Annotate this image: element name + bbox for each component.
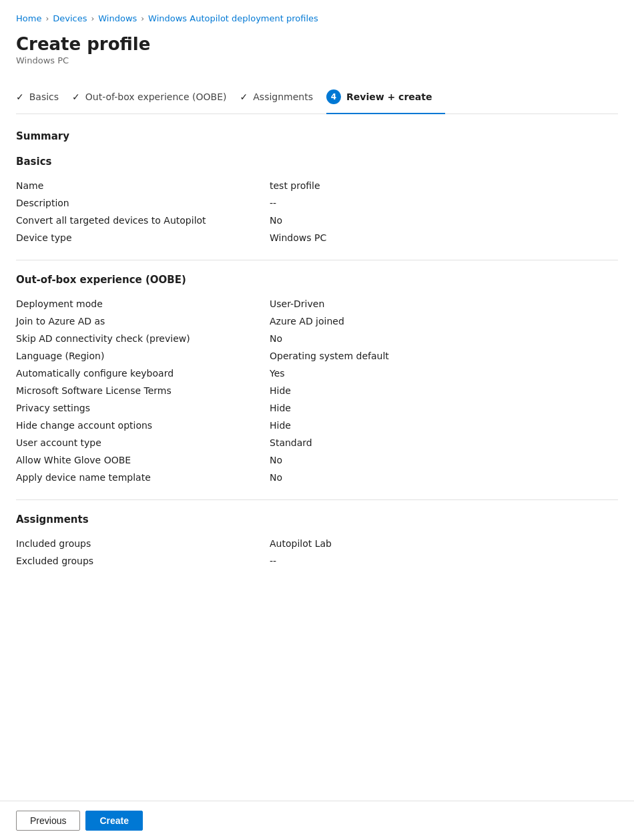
page-title: Create profile [16,34,618,54]
review-step-num: 4 [326,89,341,104]
breadcrumb-sep-1: › [45,14,49,23]
content-area: Summary Basics Name test profile Descrip… [16,130,618,628]
field-value-description: -- [270,194,618,212]
field-label-keyboard: Automatically configure keyboard [16,365,270,382]
tab-review[interactable]: 4 Review + create [326,81,445,114]
assignments-table: Included groups Autopilot Lab Excluded g… [16,535,618,570]
field-value-license: Hide [270,382,618,399]
field-value-name: test profile [270,177,618,194]
footer: Previous Create [0,801,634,840]
field-label-deployment-mode: Deployment mode [16,295,270,312]
field-label-license: Microsoft Software License Terms [16,382,270,399]
field-label-included-groups: Included groups [16,535,270,552]
wizard-steps: ✓ Basics ✓ Out-of-box experience (OOBE) … [16,81,618,114]
breadcrumb-autopilot[interactable]: Windows Autopilot deployment profiles [148,13,318,23]
page-subtitle: Windows PC [16,55,618,65]
field-value-convert: No [270,212,618,229]
tab-basics[interactable]: ✓ Basics [16,83,72,112]
basics-section-title: Basics [16,156,618,168]
summary-heading: Summary [16,130,618,142]
field-label-excluded-groups: Excluded groups [16,552,270,570]
field-value-language: Operating system default [270,347,618,365]
tab-oobe-label: Out-of-box experience (OOBE) [85,91,227,102]
table-row: Convert all targeted devices to Autopilo… [16,212,618,229]
breadcrumb-sep-3: › [141,14,144,23]
breadcrumb-sep-2: › [91,14,94,23]
field-label-join-azure: Join to Azure AD as [16,312,270,330]
field-label-privacy: Privacy settings [16,399,270,417]
breadcrumb-home[interactable]: Home [16,13,41,23]
field-value-skip-ad: No [270,330,618,347]
table-row: Name test profile [16,177,618,194]
oobe-check-icon: ✓ [72,91,80,102]
field-label-device-name: Apply device name template [16,469,270,486]
table-row: Join to Azure AD as Azure AD joined [16,312,618,330]
table-row: Microsoft Software License Terms Hide [16,382,618,399]
table-row: Skip AD connectivity check (preview) No [16,330,618,347]
table-row: Privacy settings Hide [16,399,618,417]
oobe-table: Deployment mode User-Driven Join to Azur… [16,295,618,486]
tab-assignments[interactable]: ✓ Assignments [240,83,326,112]
breadcrumb-devices[interactable]: Devices [53,13,87,23]
breadcrumb: Home › Devices › Windows › Windows Autop… [16,13,618,23]
create-button[interactable]: Create [85,811,143,831]
assignments-check-icon: ✓ [240,91,248,102]
field-value-device-name: No [270,469,618,486]
table-row: Hide change account options Hide [16,417,618,434]
field-label-description: Description [16,194,270,212]
field-label-hide-account: Hide change account options [16,417,270,434]
breadcrumb-windows[interactable]: Windows [98,13,137,23]
divider-2 [16,499,618,500]
table-row: Deployment mode User-Driven [16,295,618,312]
table-row: Apply device name template No [16,469,618,486]
divider-1 [16,260,618,260]
field-value-deployment-mode: User-Driven [270,295,618,312]
basics-table: Name test profile Description -- Convert… [16,177,618,246]
field-label-user-account: User account type [16,434,270,451]
table-row: Excluded groups -- [16,552,618,570]
tab-basics-label: Basics [29,91,59,102]
tab-assignments-label: Assignments [253,91,313,102]
field-value-join-azure: Azure AD joined [270,312,618,330]
oobe-section-title: Out-of-box experience (OOBE) [16,274,618,286]
field-value-white-glove: No [270,451,618,469]
table-row: Description -- [16,194,618,212]
table-row: Language (Region) Operating system defau… [16,347,618,365]
previous-button[interactable]: Previous [16,811,80,831]
field-value-keyboard: Yes [270,365,618,382]
table-row: Device type Windows PC [16,229,618,246]
field-value-user-account: Standard [270,434,618,451]
field-label-convert: Convert all targeted devices to Autopilo… [16,212,270,229]
field-value-privacy: Hide [270,399,618,417]
basics-check-icon: ✓ [16,91,24,102]
field-label-language: Language (Region) [16,347,270,365]
table-row: Included groups Autopilot Lab [16,535,618,552]
table-row: User account type Standard [16,434,618,451]
table-row: Automatically configure keyboard Yes [16,365,618,382]
field-value-included-groups: Autopilot Lab [270,535,618,552]
field-value-hide-account: Hide [270,417,618,434]
field-label-white-glove: Allow White Glove OOBE [16,451,270,469]
field-value-excluded-groups: -- [270,552,618,570]
tab-oobe[interactable]: ✓ Out-of-box experience (OOBE) [72,83,240,112]
field-label-device-type: Device type [16,229,270,246]
field-label-skip-ad: Skip AD connectivity check (preview) [16,330,270,347]
table-row: Allow White Glove OOBE No [16,451,618,469]
assignments-section-title: Assignments [16,513,618,526]
tab-review-label: Review + create [346,91,432,102]
field-label-name: Name [16,177,270,194]
field-value-device-type: Windows PC [270,229,618,246]
